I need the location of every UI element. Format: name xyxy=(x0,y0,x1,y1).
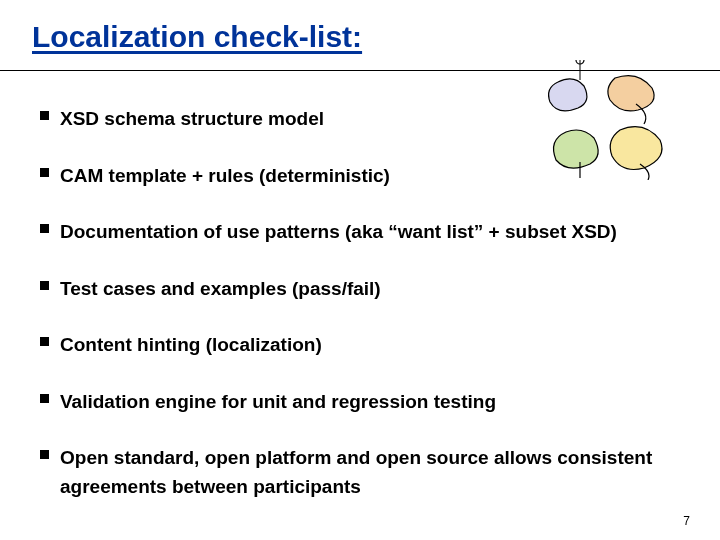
list-item: Documentation of use patterns (aka “want… xyxy=(40,218,700,247)
page-title: Localization check-list: xyxy=(32,20,362,54)
bullet-list-container: XSD schema structure model CAM template … xyxy=(40,105,700,529)
list-item: CAM template + rules (deterministic) xyxy=(40,162,700,191)
list-item: XSD schema structure model xyxy=(40,105,700,134)
bullet-list: XSD schema structure model CAM template … xyxy=(40,105,700,501)
list-item: Content hinting (localization) xyxy=(40,331,700,360)
list-item: Validation engine for unit and regressio… xyxy=(40,388,700,417)
list-item: Test cases and examples (pass/fail) xyxy=(40,275,700,304)
slide: Localization check-list: XSD schema stru… xyxy=(0,0,720,540)
page-number: 7 xyxy=(683,514,690,528)
list-item: Open standard, open platform and open so… xyxy=(40,444,700,501)
